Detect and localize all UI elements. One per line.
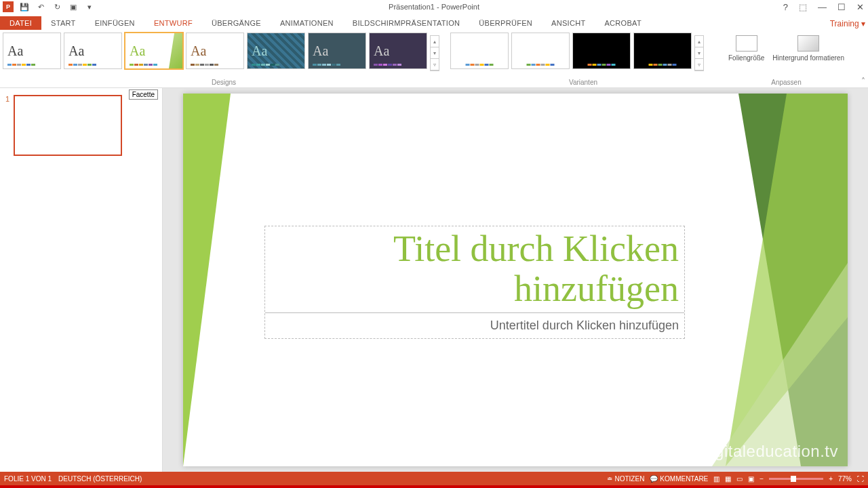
tab-acrobat[interactable]: ACROBAT — [595, 16, 650, 30]
variant-2[interactable] — [511, 33, 570, 69]
slide-sorter-icon[interactable]: ▦ — [725, 475, 731, 483]
subtitle-placeholder[interactable]: Untertitel durch Klicken hinzufügen — [265, 312, 684, 338]
tab-bildschirm[interactable]: BILDSCHIRMPRÄSENTATION — [343, 16, 469, 30]
design-tooltip: Facette — [129, 89, 158, 100]
watermark: digitaleducation.tv — [701, 442, 838, 461]
design-theme-6[interactable]: Aa — [308, 33, 366, 69]
designs-scroll[interactable]: ▴▾▿ — [430, 35, 439, 71]
close-icon[interactable]: ✕ — [854, 2, 867, 12]
status-bar: FOLIE 1 VON 1 DEUTSCH (ÖSTERREICH) ≐ NOT… — [0, 472, 868, 485]
slide-mini-preview — [14, 95, 122, 156]
variant-1[interactable] — [450, 33, 509, 69]
title-placeholder-box[interactable]: Titel durch Klicken hinzufügen Untertite… — [264, 226, 685, 339]
reading-view-icon[interactable]: ▭ — [736, 475, 743, 483]
qat-dropdown-icon[interactable]: ▾ — [84, 1, 95, 12]
tab-ansicht[interactable]: ANSICHT — [542, 16, 595, 30]
design-theme-1[interactable]: Aa — [3, 33, 61, 69]
training-label[interactable]: Training ▾ — [830, 19, 865, 28]
minimize-icon[interactable]: — — [815, 2, 829, 12]
slide-editor-area: Titel durch Klicken hinzufügen Untertite… — [163, 88, 868, 472]
undo-icon[interactable]: ↶ — [35, 1, 46, 12]
zoom-slider[interactable] — [769, 478, 823, 480]
zoom-out-icon[interactable]: − — [760, 475, 764, 483]
quick-access-toolbar: P 💾 ↶ ↻ ▣ ▾ — [0, 1, 95, 12]
decoration-left — [183, 94, 231, 466]
fit-to-window-icon[interactable]: ⛶ — [857, 475, 864, 483]
tab-einfuegen[interactable]: EINFÜGEN — [85, 16, 144, 30]
designs-label: Designs — [0, 79, 448, 86]
comments-button[interactable]: 💬 KOMMENTARE — [650, 475, 708, 483]
slide-number: 1 — [5, 95, 9, 156]
start-from-beginning-icon[interactable]: ▣ — [68, 1, 79, 12]
ribbon-tabs: DATEI START EINFÜGEN ENTWURF ÜBERGÄNGE A… — [0, 14, 868, 30]
variants-scroll[interactable]: ▴▾▿ — [694, 35, 704, 71]
tab-ueberpruefen[interactable]: ÜBERPRÜFEN — [469, 16, 542, 30]
design-theme-5[interactable]: Aa — [247, 33, 305, 69]
window-controls: ? ⬚ — ☐ ✕ — [781, 2, 867, 12]
tab-uebergaenge[interactable]: ÜBERGÄNGE — [202, 16, 271, 30]
designs-group: Aa Aa Aa Aa Aa Aa Aa ▴▾▿ Designs — [0, 30, 448, 87]
format-background-icon — [797, 35, 819, 52]
design-theme-4[interactable]: Aa — [186, 33, 244, 69]
help-icon[interactable]: ? — [781, 2, 791, 12]
window-title: Präsentation1 - PowerPoint — [389, 3, 479, 11]
decoration-right — [692, 94, 848, 466]
redo-icon[interactable]: ↻ — [52, 1, 62, 12]
bottom-bar — [0, 485, 868, 488]
design-theme-2[interactable]: Aa — [64, 33, 122, 69]
slide-thumbnail-1[interactable]: 1 — [5, 95, 157, 156]
save-icon[interactable]: 💾 — [19, 1, 30, 12]
title-bar: P 💾 ↶ ↻ ▣ ▾ Präsentation1 - PowerPoint ?… — [0, 0, 868, 14]
anpassen-label: Anpassen — [719, 79, 854, 86]
variants-label: Varianten — [448, 79, 719, 86]
foliengroesse-button[interactable]: Foliengröße — [726, 33, 767, 64]
slide-canvas[interactable]: Titel durch Klicken hinzufügen Untertite… — [183, 94, 848, 466]
maximize-icon[interactable]: ☐ — [835, 2, 848, 12]
tab-entwurf[interactable]: ENTWURF — [144, 16, 202, 30]
slideshow-icon[interactable]: ▣ — [748, 475, 754, 483]
design-theme-facette[interactable]: Aa — [125, 33, 183, 69]
hintergrund-button[interactable]: Hintergrund formatieren — [770, 33, 847, 64]
workspace: Facette 1 Titel durch Klicken hinzufügen… — [0, 88, 868, 472]
zoom-level[interactable]: 77% — [838, 475, 852, 483]
app-icon: P — [3, 1, 14, 12]
variant-3[interactable] — [572, 33, 631, 69]
ribbon-display-icon[interactable]: ⬚ — [796, 2, 810, 12]
status-language[interactable]: DEUTSCH (ÖSTERREICH) — [58, 475, 142, 483]
variant-4[interactable] — [633, 33, 692, 69]
tab-datei[interactable]: DATEI — [0, 16, 41, 30]
collapse-ribbon-icon[interactable]: ˄ — [861, 77, 865, 86]
ribbon-content: Aa Aa Aa Aa Aa Aa Aa ▴▾▿ Designs ▴▾▿ Var… — [0, 30, 868, 88]
slide-thumbnail-panel: Facette 1 — [0, 88, 163, 472]
tab-start[interactable]: START — [41, 16, 85, 30]
tab-animationen[interactable]: ANIMATIONEN — [271, 16, 343, 30]
status-slide-count[interactable]: FOLIE 1 VON 1 — [4, 475, 52, 483]
design-theme-7[interactable]: Aa — [369, 33, 427, 69]
title-placeholder[interactable]: Titel durch Klicken hinzufügen — [265, 226, 684, 312]
anpassen-group: Foliengröße Hintergrund formatieren Anpa… — [719, 30, 854, 87]
slide-size-icon — [736, 35, 757, 52]
notes-button[interactable]: ≐ NOTIZEN — [607, 475, 644, 483]
zoom-in-icon[interactable]: + — [829, 475, 833, 483]
normal-view-icon[interactable]: ▥ — [713, 475, 719, 483]
variants-group: ▴▾▿ Varianten — [448, 30, 719, 87]
